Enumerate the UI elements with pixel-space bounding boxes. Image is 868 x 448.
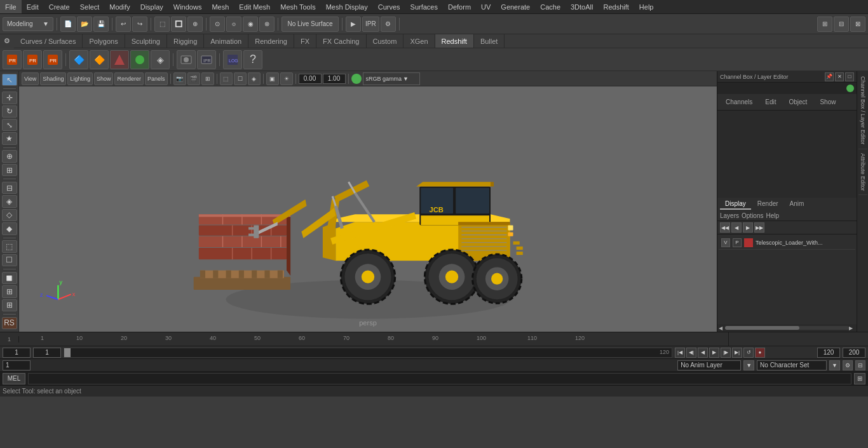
auto-key-btn[interactable]: ●	[755, 348, 765, 358]
shelf-tab-sculpting[interactable]: Sculpting	[125, 34, 167, 48]
shelf-tab-rendering[interactable]: Rendering	[248, 34, 294, 48]
cb-tab-object[interactable]: Object	[783, 97, 813, 107]
loop-btn[interactable]: ↺	[743, 348, 754, 358]
vp-smooth-btn[interactable]: ◈	[248, 72, 261, 85]
shelf-icon-pr2[interactable]: PR	[23, 50, 42, 69]
play-btn[interactable]: ▶	[709, 348, 719, 358]
anim-settings-btn[interactable]: ⚙	[843, 360, 853, 370]
snap-btn[interactable]: 🔳	[171, 17, 186, 32]
rotate-btn[interactable]: ↻	[2, 105, 17, 118]
shelf-icon-rs1[interactable]: 🔷	[69, 50, 88, 69]
shelf-tab-bullet[interactable]: Bullet	[474, 34, 505, 48]
attribute-editor-tab[interactable]: Attribute Editor	[858, 149, 867, 196]
cb-expand-btn[interactable]: □	[845, 72, 854, 81]
undo-btn[interactable]: ↩	[116, 17, 131, 32]
no-char-set-field[interactable]: No Character Set	[757, 360, 827, 370]
snap-surface-btn[interactable]: ◆	[2, 222, 17, 234]
ui-btn-2[interactable]: ⊟	[834, 17, 849, 32]
shelf-icon-rs2[interactable]: 🔶	[90, 50, 109, 69]
magnet-btn[interactable]: ⊕	[187, 17, 203, 32]
display-layer-btn[interactable]: 🔲	[2, 272, 17, 284]
vp-obj-display-btn[interactable]: ⬚	[220, 72, 233, 85]
soft-select-btn[interactable]: ◉	[243, 17, 258, 32]
menu-redshift[interactable]: Redshift	[598, 0, 634, 13]
transform-btn[interactable]: ✛	[2, 92, 17, 104]
scroll-track[interactable]	[725, 326, 849, 330]
command-exec-btn[interactable]: ⊞	[854, 373, 865, 384]
layer-prev-btn[interactable]: ◀◀	[720, 222, 730, 233]
new-scene-btn[interactable]: 📄	[60, 17, 76, 32]
create-layer-btn[interactable]: ⊞	[2, 285, 17, 297]
show-manip-btn[interactable]: ⊞	[2, 164, 17, 176]
help-menu[interactable]: Help	[766, 212, 779, 219]
shelf-tab-rigging[interactable]: Rigging	[167, 34, 204, 48]
shelf-tab-fx-caching[interactable]: FX Caching	[316, 34, 366, 48]
shelf-tab-curves-surfaces[interactable]: Curves / Surfaces	[14, 34, 83, 48]
select-tool-btn[interactable]: ↖	[2, 74, 17, 86]
shelf-icon-rs4[interactable]	[130, 50, 149, 69]
command-input[interactable]	[28, 373, 851, 384]
shelf-tab-fx[interactable]: FX	[294, 34, 316, 48]
no-live-surface-btn[interactable]: No Live Surface	[281, 17, 339, 32]
vp-value1[interactable]: 0.00	[299, 74, 322, 84]
timeline-ruler[interactable]: 1 10 20 30 40 50 60 70 80 90 100 110 120	[19, 332, 728, 346]
viewport-content[interactable]: JCB x y z persp	[19, 86, 717, 332]
shelf-tab-animation[interactable]: Animation	[204, 34, 248, 48]
vp-film-btn[interactable]: 🎬	[187, 72, 200, 85]
channel-box-layer-editor-tab[interactable]: Channel Box / Layer Editor	[858, 72, 867, 149]
shelf-icon-rs8[interactable]: LOG	[223, 50, 242, 69]
shelf-tab-xgen[interactable]: XGen	[403, 34, 435, 48]
menu-mesh-tools[interactable]: Mesh Tools	[275, 0, 320, 13]
vp-wireframe-btn[interactable]: ☐	[234, 72, 247, 85]
paint-btn[interactable]: ⌾	[226, 17, 241, 32]
shelf-icon-pr3[interactable]: PR	[43, 50, 62, 69]
anim-layer-dropdown-btn[interactable]: ▼	[743, 360, 754, 370]
scroll-right-btn[interactable]: ▶	[849, 325, 855, 331]
cb-pin-btn[interactable]: 📌	[825, 72, 834, 81]
layer-visibility-btn[interactable]: V	[721, 238, 730, 247]
scroll-thumb[interactable]	[725, 326, 799, 330]
le-tab-render[interactable]: Render	[752, 199, 783, 210]
open-scene-btn[interactable]: 📂	[77, 17, 92, 32]
layer-step-fwd-btn[interactable]: ▶	[743, 222, 753, 233]
vp-light-btn[interactable]: ☀	[280, 72, 293, 85]
char-set-dropdown-btn[interactable]: ▼	[829, 360, 840, 370]
layers-menu[interactable]: Layers	[720, 212, 739, 219]
vp-lighting-btn[interactable]: Lighting	[67, 72, 93, 85]
anim-extra-btn[interactable]: ⊟	[855, 360, 865, 370]
menu-surfaces[interactable]: Surfaces	[405, 0, 443, 13]
shelf-tab-polygons[interactable]: Polygons	[83, 34, 125, 48]
step-back-btn[interactable]: ◀|	[686, 348, 696, 358]
quick-layout-btn[interactable]: ⊞	[2, 299, 17, 311]
anim-range-start-field[interactable]: 120	[817, 348, 840, 358]
ipr-btn[interactable]: IPR	[362, 17, 379, 32]
le-tab-display[interactable]: Display	[720, 199, 751, 210]
no-anim-layer-field[interactable]: No Anim Layer	[677, 360, 741, 370]
menu-3dtoall[interactable]: 3DtoAll	[566, 0, 598, 13]
save-scene-btn[interactable]: 💾	[93, 17, 109, 32]
vp-renderer-btn[interactable]: Renderer	[114, 72, 144, 85]
right-scrollbar[interactable]: ◀ ▶	[717, 324, 857, 332]
soft-select-lt-btn[interactable]: ⊕	[2, 150, 17, 162]
select-mode-btn[interactable]: ⬚	[154, 17, 170, 32]
menu-cache[interactable]: Cache	[535, 0, 566, 13]
shelf-icon-rs6[interactable]	[177, 50, 196, 69]
menu-generate[interactable]: Generate	[496, 0, 535, 13]
menu-help[interactable]: Help	[634, 0, 659, 13]
vp-panels-btn[interactable]: Panels	[145, 72, 168, 85]
le-tab-anim[interactable]: Anim	[785, 199, 810, 210]
cb-tab-edit[interactable]: Edit	[759, 97, 782, 107]
module-dropdown[interactable]: Modeling ▼	[3, 17, 53, 31]
frame-slider[interactable]: 120	[64, 348, 672, 358]
menu-mesh[interactable]: Mesh	[207, 0, 234, 13]
layer-next-btn[interactable]: ▶▶	[754, 222, 764, 233]
vp-shading-btn[interactable]: Shading	[40, 72, 66, 85]
scroll-left-btn[interactable]: ◀	[719, 325, 725, 331]
menu-curves[interactable]: Curves	[373, 0, 405, 13]
shelf-icon-rs3[interactable]	[110, 50, 129, 69]
cb-tab-show[interactable]: Show	[814, 97, 841, 107]
menu-uv[interactable]: UV	[476, 0, 496, 13]
layer-item-1[interactable]: V P Telescopic_Loader_With...	[719, 236, 855, 250]
scale-btn[interactable]: ⤡	[2, 119, 17, 131]
ui-btn-1[interactable]: ⊞	[817, 17, 832, 32]
